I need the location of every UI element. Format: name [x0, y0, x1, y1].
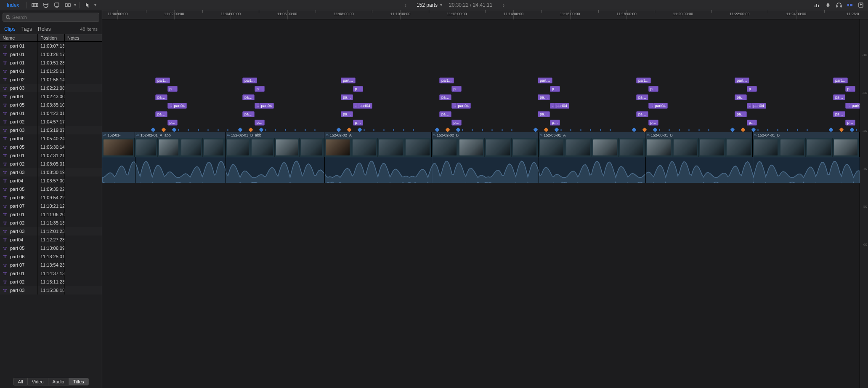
audio-lane[interactable] — [102, 157, 860, 183]
todo-marker[interactable] — [502, 129, 503, 131]
list-item[interactable]: Tpart 0211:08:05:01 — [0, 160, 102, 168]
marker[interactable]: pa… — [538, 111, 550, 117]
tool-chevron-icon[interactable]: ▾ — [94, 3, 96, 7]
todo-marker[interactable] — [198, 129, 199, 131]
todo-marker[interactable] — [295, 129, 296, 131]
todo-marker[interactable] — [610, 129, 611, 131]
marker[interactable]: pa… — [833, 94, 845, 100]
video-lane[interactable]: 152-01-152-02-01_A_abb152-02-01_B_abb152… — [102, 132, 860, 157]
todo-marker[interactable] — [570, 129, 571, 131]
headphones-icon[interactable] — [834, 1, 844, 9]
chapter-marker[interactable] — [259, 127, 264, 132]
todo-marker[interactable] — [285, 129, 286, 131]
marker[interactable]: p… — [167, 86, 178, 92]
todo-marker[interactable] — [807, 129, 808, 131]
todo-marker[interactable] — [787, 129, 788, 131]
clip-appearance-icon[interactable] — [845, 1, 855, 9]
marker[interactable]: pa… — [341, 111, 353, 117]
marker[interactable]: p… — [550, 120, 560, 126]
list-item[interactable]: Tpart 0711:10:21:12 — [0, 202, 102, 210]
marker[interactable]: pa… — [538, 94, 550, 100]
snapping-icon[interactable] — [41, 1, 50, 9]
todo-marker[interactable] — [856, 129, 857, 131]
chapter-marker[interactable] — [358, 127, 362, 132]
video-clip[interactable]: 152-02-02_B — [432, 132, 539, 157]
effects-icon[interactable] — [823, 1, 833, 9]
todo-marker[interactable] — [188, 129, 189, 131]
chapter-marker[interactable] — [828, 127, 833, 132]
marker[interactable]: p… — [747, 86, 757, 92]
todo-marker[interactable] — [373, 129, 374, 131]
todo-marker[interactable] — [227, 129, 228, 131]
todo-marker[interactable] — [393, 129, 394, 131]
chapter-marker[interactable] — [741, 127, 746, 132]
trim-tool-icon[interactable] — [63, 1, 72, 9]
list-item[interactable]: Tpart 0711:13:54:23 — [0, 261, 102, 269]
list-item[interactable]: Tpart0411:08:57:00 — [0, 177, 102, 185]
marker[interactable]: part… — [735, 78, 749, 83]
solo-icon[interactable] — [52, 1, 61, 9]
video-clip[interactable]: 152-01- — [102, 132, 135, 157]
todo-marker[interactable] — [265, 129, 266, 131]
video-clip[interactable]: 152-02-01_B_abb — [226, 132, 324, 157]
marker[interactable]: part… — [636, 78, 651, 83]
marker-part04[interactable]: part04 — [456, 103, 471, 109]
todo-marker[interactable] — [679, 129, 680, 131]
list-item[interactable]: Tpart0411:05:40:24 — [0, 134, 102, 143]
chapter-marker[interactable] — [850, 127, 855, 132]
list-item[interactable]: Tpart 0211:01:56:14 — [0, 75, 102, 84]
marker-part04[interactable]: part04 — [172, 103, 187, 109]
todo-marker[interactable] — [472, 129, 473, 131]
marker[interactable]: p… — [550, 86, 560, 92]
video-clip[interactable]: 152-02-01_A_abb — [135, 132, 226, 157]
col-name[interactable]: Name — [0, 34, 38, 41]
chapter-marker[interactable] — [238, 127, 242, 132]
list-item[interactable]: Tpart 0111:00:51:23 — [0, 59, 102, 67]
list-item[interactable]: Tpart 0311:08:30:19 — [0, 168, 102, 177]
marker[interactable]: pa… — [735, 94, 747, 100]
list-item[interactable]: Tpart 0311:12:01:23 — [0, 227, 102, 235]
marker[interactable]: pa… — [636, 111, 648, 117]
video-clip[interactable]: 152-03-01_B — [645, 132, 752, 157]
chapter-marker[interactable] — [446, 127, 450, 132]
todo-marker[interactable] — [688, 129, 690, 131]
chapter-marker[interactable] — [336, 127, 341, 132]
chapter-marker[interactable] — [162, 127, 166, 132]
todo-marker[interactable] — [669, 129, 670, 131]
list-item[interactable]: Tpart 0111:00:07:13 — [0, 42, 102, 50]
marker[interactable]: pa… — [833, 111, 845, 117]
clip-list[interactable]: Tpart 0111:00:07:13Tpart 0111:00:28:17Tp… — [0, 42, 102, 376]
todo-marker[interactable] — [178, 129, 179, 131]
filter-all[interactable]: All — [13, 378, 27, 385]
todo-marker[interactable] — [383, 129, 385, 131]
todo-marker[interactable] — [560, 129, 562, 131]
marker[interactable]: p… — [648, 120, 658, 126]
next-timeline-button[interactable]: › — [499, 2, 508, 8]
list-item[interactable]: Tpart 0111:11:06:20 — [0, 210, 102, 219]
tab-roles[interactable]: Roles — [38, 26, 51, 32]
chapter-marker[interactable] — [151, 127, 155, 132]
tab-clips[interactable]: Clips — [4, 26, 16, 32]
search-field[interactable] — [3, 13, 99, 22]
marker-part04[interactable]: part04 — [259, 103, 274, 109]
timeline-title[interactable]: 152 parts ▾ — [417, 2, 442, 8]
marker[interactable]: p… — [845, 86, 855, 92]
todo-marker[interactable] — [600, 129, 601, 131]
todo-marker[interactable] — [275, 129, 276, 131]
marker[interactable]: p… — [845, 120, 855, 126]
marker[interactable]: part… — [439, 78, 454, 83]
chapter-marker[interactable] — [839, 127, 844, 132]
todo-marker[interactable] — [708, 129, 709, 131]
chapter-marker[interactable] — [456, 127, 461, 132]
list-item[interactable]: Tpart 0111:14:37:13 — [0, 269, 102, 278]
marker[interactable]: p… — [255, 86, 265, 92]
search-input[interactable] — [12, 15, 96, 20]
chapter-marker[interactable] — [347, 127, 352, 132]
list-item[interactable]: Tpart 0611:13:25:01 — [0, 252, 102, 261]
todo-marker[interactable] — [590, 129, 591, 131]
marker[interactable]: p… — [167, 120, 178, 126]
list-item[interactable]: Tpart 0311:05:19:07 — [0, 126, 102, 134]
list-item[interactable]: Tpart 0311:02:21:08 — [0, 84, 102, 92]
todo-marker[interactable] — [482, 129, 483, 131]
list-item[interactable]: Tpart 0111:07:31:21 — [0, 151, 102, 160]
